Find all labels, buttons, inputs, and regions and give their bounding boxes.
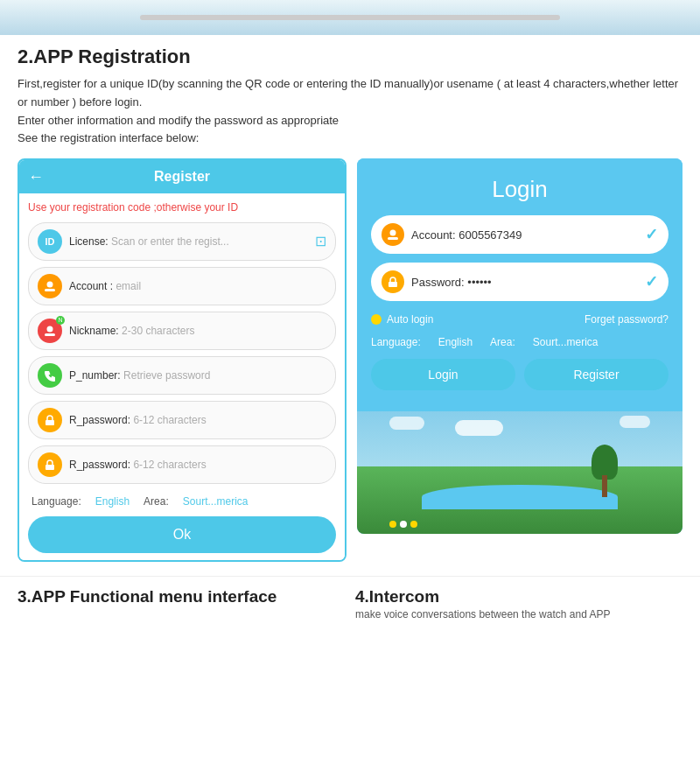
license-label: License:: [69, 235, 108, 248]
nickname-hint: 2-30 characters: [122, 325, 194, 337]
svg-rect-1: [45, 289, 55, 291]
section4-title: 4.Intercom: [355, 587, 682, 606]
cloud1: [389, 417, 424, 430]
bottom-titles: 3.APP Functional menu interface 4.Interc…: [0, 576, 700, 624]
section2-desc2: Enter other information and modify the p…: [18, 114, 339, 127]
phone-label: P_number:: [69, 369, 121, 382]
nickname-field[interactable]: N Nickname: 2-30 characters: [28, 312, 336, 350]
section4-item: 4.Intercom make voice conversations betw…: [355, 587, 682, 620]
register-area-val[interactable]: Sourt...merica: [183, 495, 248, 508]
rpassword2-text: R_password: 6-12 characters: [69, 459, 326, 471]
tree-trunk: [602, 475, 607, 497]
login-account-icon: [382, 223, 404, 246]
account-label: Account :: [69, 280, 113, 292]
register-body: Use your registration code ;otherwise yo…: [19, 193, 345, 560]
account-icon: [38, 274, 62, 298]
login-area-label: Area:: [490, 336, 515, 348]
login-account-check-icon: ✓: [645, 225, 658, 244]
login-phone: Login Account: 6005567349 ✓: [357, 158, 682, 534]
section2-desc: First,register for a unique ID(by scanni…: [18, 75, 682, 148]
login-title: Login: [371, 176, 668, 203]
register-title: Register: [28, 169, 336, 185]
login-nature-scene: [357, 411, 682, 534]
register-area-label: Area:: [144, 495, 169, 508]
login-account-value: 6005567349: [458, 228, 522, 242]
nickname-label: Nickname:: [69, 325, 119, 337]
section3-item: 3.APP Functional menu interface: [18, 587, 345, 620]
register-lang-row: Language: English Area: Sourt...merica: [28, 490, 336, 513]
rpassword2-field[interactable]: R_password: 6-12 characters: [28, 445, 336, 484]
login-top: Login Account: 6005567349 ✓: [357, 158, 682, 411]
cloud3: [620, 416, 650, 428]
back-arrow-icon[interactable]: ←: [28, 168, 44, 186]
rpassword1-text: R_password: 6-12 characters: [69, 414, 326, 426]
auto-login-row: Auto login: [371, 313, 433, 326]
phones-row: ← Register Use your registration code ;o…: [18, 158, 682, 562]
license-field[interactable]: ID License: Scan or enter the regist... …: [28, 222, 336, 261]
register-language-val[interactable]: English: [95, 495, 130, 508]
ok-button[interactable]: Ok: [28, 516, 336, 553]
nick-n-badge: N: [56, 316, 65, 325]
nature-flowers: [389, 521, 417, 528]
register-warning: Use your registration code ;otherwise yo…: [28, 200, 336, 215]
register-phone: ← Register Use your registration code ;o…: [18, 158, 346, 562]
svg-rect-5: [46, 465, 54, 470]
login-buttons-row: Login Register: [371, 359, 668, 390]
login-password-icon: [382, 270, 404, 293]
login-password-field[interactable]: Password: •••••• ✓: [371, 263, 668, 301]
nature-water: [422, 485, 617, 509]
rpassword2-label: R_password:: [69, 459, 130, 471]
phone-text: P_number: Retrieve password: [69, 369, 326, 382]
nickname-icon: N: [38, 319, 62, 343]
login-options: Auto login Forget password?: [371, 310, 668, 329]
rpassword1-field[interactable]: R_password: 6-12 characters: [28, 401, 336, 439]
login-area-val[interactable]: Sourt...merica: [533, 336, 598, 348]
section2-desc1: First,register for a unique ID(by scanni…: [18, 77, 678, 109]
auto-login-label[interactable]: Auto login: [387, 313, 433, 326]
svg-rect-4: [46, 420, 54, 425]
top-image-bar: [140, 15, 560, 20]
phone-field[interactable]: P_number: Retrieve password: [28, 356, 336, 395]
flower2: [400, 521, 407, 528]
login-password-check-icon: ✓: [645, 272, 658, 291]
phone-icon: [38, 363, 62, 388]
main-content: 2.APP Registration First,register for a …: [0, 35, 700, 572]
account-field[interactable]: Account : email: [28, 267, 336, 305]
section2-title: 2.APP Registration: [18, 46, 682, 68]
section3-title: 3.APP Functional menu interface: [18, 587, 345, 606]
rpassword2-hint: 6-12 characters: [133, 459, 206, 471]
nickname-text: Nickname: 2-30 characters: [69, 325, 326, 337]
login-register-button[interactable]: Register: [524, 359, 668, 390]
top-banner: [0, 0, 700, 35]
login-password-text: Password: ••••••: [411, 276, 645, 289]
login-language-label: Language:: [371, 336, 421, 348]
login-password-label: Password:: [411, 276, 465, 289]
cloud2: [455, 420, 503, 436]
svg-rect-7: [388, 237, 398, 240]
auto-login-dot: [371, 314, 382, 325]
login-account-field[interactable]: Account: 6005567349 ✓: [371, 215, 668, 254]
rpassword2-icon: [38, 452, 62, 477]
tree-leaves: [592, 445, 618, 480]
rpassword1-label: R_password:: [69, 414, 130, 426]
login-button[interactable]: Login: [371, 359, 515, 390]
license-hint: Scan or enter the regist...: [111, 235, 229, 248]
section4-desc: make voice conversations between the wat…: [355, 608, 682, 620]
svg-point-6: [390, 230, 396, 236]
login-lang-row: Language: English Area: Sourt...merica: [371, 336, 668, 348]
login-language-val[interactable]: English: [438, 336, 472, 348]
login-account-text: Account: 6005567349: [411, 228, 645, 242]
section2-desc3: See the registration interface below:: [18, 131, 199, 144]
account-text: Account : email: [69, 280, 326, 292]
login-password-value: ••••••: [467, 276, 491, 289]
svg-rect-3: [45, 333, 55, 336]
flower1: [389, 521, 396, 528]
license-icon: ID: [38, 229, 62, 254]
svg-point-2: [47, 326, 53, 332]
register-header: ← Register: [19, 160, 345, 193]
register-language-label: Language:: [32, 495, 81, 508]
nature-tree: [592, 445, 618, 497]
forget-password-link[interactable]: Forget password?: [584, 313, 668, 326]
account-hint: email: [116, 280, 141, 292]
scan-icon: ⊡: [315, 233, 326, 249]
